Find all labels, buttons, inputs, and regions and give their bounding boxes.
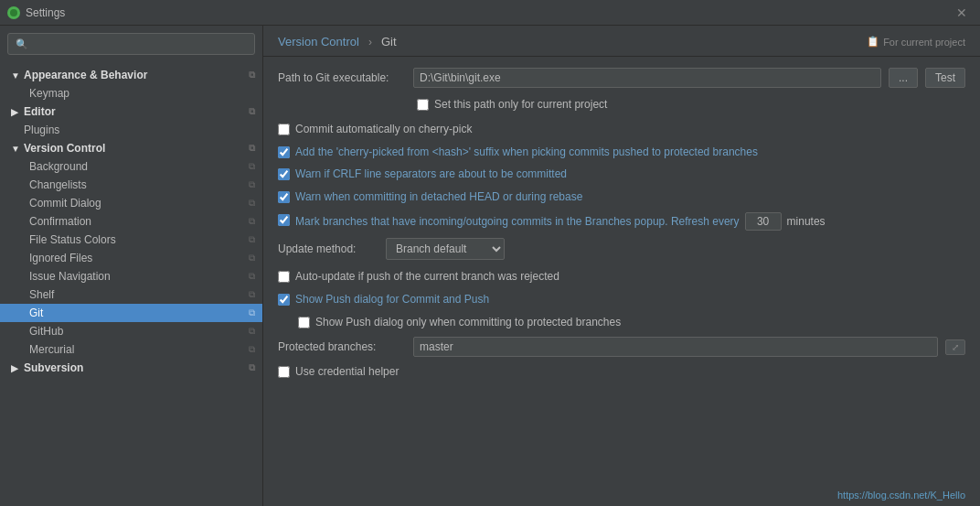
update-method-row: Update method: Branch default Merge Reba…	[278, 238, 965, 260]
copy-icon: ⧉	[249, 161, 255, 172]
sidebar-item-github[interactable]: GitHub ⧉	[0, 322, 262, 340]
sidebar-item-confirmation[interactable]: Confirmation ⧉	[0, 212, 262, 231]
crlf-row: Warn if CRLF line separators are about t…	[278, 167, 965, 182]
copy-icon: ⧉	[249, 179, 255, 190]
cherry-picked-suffix-label: Add the 'cherry-picked from <hash>' suff…	[295, 145, 758, 160]
git-path-label: Path to Git executable:	[278, 71, 406, 84]
for-project-label: 📋 For current project	[867, 36, 965, 48]
protected-label: Protected branches:	[278, 340, 406, 353]
protected-expand-button[interactable]: ⤢	[945, 339, 965, 355]
protected-branches-row: Protected branches: ⤢	[278, 337, 965, 357]
app-icon	[7, 6, 20, 19]
update-method-select[interactable]: Branch default Merge Rebase	[386, 238, 505, 260]
test-button[interactable]: Test	[925, 68, 965, 88]
git-path-input[interactable]	[413, 68, 881, 88]
page-title: Git	[381, 35, 397, 48]
sidebar-item-issue-navigation[interactable]: Issue Navigation ⧉	[0, 267, 262, 285]
copy-icon: ⧉	[249, 216, 255, 227]
sidebar-item-shelf[interactable]: Shelf ⧉	[0, 285, 262, 304]
show-push-row: Show Push dialog for Commit and Push	[278, 292, 965, 307]
arrow-icon: ▼	[11, 70, 22, 81]
cherry-picked-suffix-checkbox[interactable]	[278, 146, 290, 158]
credential-checkbox[interactable]	[278, 366, 290, 378]
mark-branches-label-pre: Mark branches that have incoming/outgoin…	[295, 214, 740, 230]
arrow-icon: ▶	[11, 363, 22, 373]
sidebar-item-mercurial[interactable]: Mercurial ⧉	[0, 340, 262, 359]
detached-head-row: Warn when committing in detached HEAD or…	[278, 189, 965, 205]
mark-branches-label-post: minutes	[787, 214, 826, 230]
cherry-pick-row: Commit automatically on cherry-pick	[278, 122, 965, 137]
panel-header: Version Control › Git 📋 For current proj…	[263, 26, 980, 57]
search-input[interactable]	[32, 38, 247, 50]
sidebar-item-ignored-files[interactable]: Ignored Files ⧉	[0, 249, 262, 267]
project-icon: 📋	[867, 36, 879, 48]
panel-body: Path to Git executable: ... Test Set thi…	[263, 57, 980, 486]
copy-icon: ⧉	[249, 70, 255, 81]
svg-point-0	[10, 9, 17, 16]
copy-icon: ⧉	[249, 326, 255, 337]
credential-label: Use credential helper	[295, 364, 399, 380]
cherry-pick-label: Commit automatically on cherry-pick	[295, 122, 472, 137]
right-panel: Version Control › Git 📋 For current proj…	[263, 26, 980, 506]
show-push-protected-label: Show Push dialog only when committing to…	[315, 315, 621, 330]
sidebar-item-plugins[interactable]: Plugins	[0, 121, 262, 139]
search-icon: 🔍	[16, 38, 28, 50]
detached-head-label: Warn when committing in detached HEAD or…	[295, 189, 582, 205]
copy-icon: ⧉	[249, 106, 255, 117]
copy-icon: ⧉	[249, 307, 255, 318]
main-content: 🔍 ▼ Appearance & Behavior ⧉ Keymap ▶ Edi…	[0, 26, 980, 506]
set-path-row: Set this path only for current project	[417, 97, 965, 113]
show-push-label: Show Push dialog for Commit and Push	[295, 292, 489, 307]
copy-icon: ⧉	[249, 234, 255, 245]
cherry-picked-suffix-row: Add the 'cherry-picked from <hash>' suff…	[278, 145, 965, 160]
show-push-only-row: Show Push dialog only when committing to…	[298, 315, 965, 330]
sidebar: 🔍 ▼ Appearance & Behavior ⧉ Keymap ▶ Edi…	[0, 26, 263, 506]
copy-icon: ⧉	[249, 289, 255, 300]
browse-button[interactable]: ...	[889, 68, 918, 88]
copy-icon: ⧉	[249, 198, 255, 209]
protected-input[interactable]	[413, 337, 938, 357]
crlf-checkbox[interactable]	[278, 168, 290, 180]
breadcrumb: Version Control	[278, 35, 359, 48]
credential-row: Use credential helper	[278, 364, 965, 380]
sidebar-item-subversion[interactable]: ▶ Subversion ⧉	[0, 359, 262, 377]
sidebar-item-version-control[interactable]: ▼ Version Control ⧉	[0, 139, 262, 157]
set-path-checkbox[interactable]	[417, 99, 429, 111]
sidebar-item-git[interactable]: Git ⧉	[0, 304, 262, 322]
sidebar-item-file-status-colors[interactable]: File Status Colors ⧉	[0, 231, 262, 249]
arrow-icon: ▼	[11, 144, 22, 154]
search-box[interactable]: 🔍	[7, 33, 255, 55]
detached-head-checkbox[interactable]	[278, 191, 290, 203]
auto-update-checkbox[interactable]	[278, 271, 290, 283]
copy-icon: ⧉	[249, 253, 255, 264]
mark-branches-checkbox[interactable]	[278, 214, 290, 226]
nav-tree: ▼ Appearance & Behavior ⧉ Keymap ▶ Edito…	[0, 62, 262, 381]
close-button[interactable]: ✕	[951, 4, 973, 22]
copy-icon: ⧉	[249, 362, 255, 373]
auto-push-row: Auto-update if push of the current branc…	[278, 269, 965, 285]
title-bar: Settings ✕	[0, 0, 980, 26]
window-title: Settings	[26, 6, 65, 19]
sidebar-item-appearance[interactable]: ▼ Appearance & Behavior ⧉	[0, 66, 262, 84]
update-method-label: Update method:	[278, 242, 378, 255]
refresh-row: Mark branches that have incoming/outgoin…	[295, 212, 826, 231]
crlf-label: Warn if CRLF line separators are about t…	[295, 167, 567, 182]
show-push-checkbox[interactable]	[278, 294, 290, 306]
copy-icon: ⧉	[249, 271, 255, 282]
git-path-row: Path to Git executable: ... Test	[278, 68, 965, 88]
cherry-pick-checkbox[interactable]	[278, 124, 290, 135]
mark-branches-row: Mark branches that have incoming/outgoin…	[278, 212, 965, 231]
show-push-protected-checkbox[interactable]	[298, 317, 310, 328]
set-path-label: Set this path only for current project	[434, 97, 607, 113]
sidebar-item-background[interactable]: Background ⧉	[0, 157, 262, 176]
auto-update-label: Auto-update if push of the current branc…	[295, 269, 559, 285]
breadcrumb-separator: ›	[368, 36, 372, 48]
copy-icon: ⧉	[249, 143, 255, 154]
sidebar-item-changelists[interactable]: Changelists ⧉	[0, 176, 262, 194]
arrow-icon: ▶	[11, 107, 22, 117]
sidebar-item-keymap[interactable]: Keymap	[0, 84, 262, 102]
footer-link: https://blog.csdn.net/K_Hello	[263, 486, 980, 506]
sidebar-item-editor[interactable]: ▶ Editor ⧉	[0, 102, 262, 121]
sidebar-item-commit-dialog[interactable]: Commit Dialog ⧉	[0, 194, 262, 212]
refresh-input[interactable]	[745, 212, 782, 231]
